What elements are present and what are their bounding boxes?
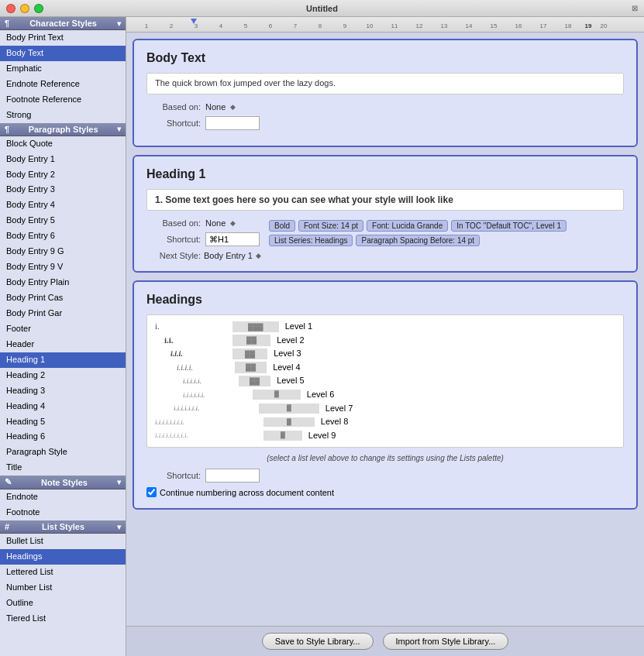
- save-to-library-button[interactable]: Save to Style Library...: [262, 633, 374, 650]
- sidebar-item-body-entry-9g[interactable]: Body Entry 9 G: [0, 244, 126, 259]
- right-panel: 1 2 3 4 5 6 7 8 9 10 11 12 13 14: [126, 17, 644, 656]
- heading1-shortcut-row: Shortcut:: [146, 232, 261, 246]
- list-item[interactable]: i.i.i.i.i.i.i.i. ▓ Level 8: [155, 415, 615, 429]
- sidebar-item-body-entry-4[interactable]: Body Entry 4: [0, 197, 126, 213]
- sidebar-item-footnote-reference[interactable]: Footnote Reference: [0, 92, 126, 108]
- sidebar-item-number-list[interactable]: Number List: [0, 580, 126, 596]
- heading1-title: Heading 1: [146, 167, 624, 181]
- heading1-shortcut-label: Shortcut:: [146, 235, 201, 244]
- minimize-button[interactable]: [20, 4, 29, 13]
- resize-button[interactable]: ⊠: [632, 4, 638, 12]
- headings-shortcut-row: Shortcut:: [146, 469, 624, 483]
- sidebar-item-footer[interactable]: Footer: [0, 321, 126, 337]
- list-styles-label: List Styles: [42, 522, 84, 531]
- heading1-preview-text: 1. Some text goes here so you can see wh…: [155, 194, 453, 205]
- note-styles-header[interactable]: ✎ Note Styles ▾: [0, 476, 126, 489]
- tag-font-size: Font Size: 14 pt: [298, 220, 363, 232]
- sidebar-item-block-quote[interactable]: Block Quote: [0, 136, 126, 152]
- main-layout: ¶ Character Styles ▾ Body Print Text Bod…: [0, 17, 644, 656]
- level4-label: Level 4: [273, 361, 300, 375]
- list-styles-arrow[interactable]: ▾: [117, 523, 121, 531]
- paragraph-styles-arrow[interactable]: ▾: [117, 125, 121, 133]
- heading1-shortcut-input[interactable]: [205, 232, 260, 246]
- heading1-based-on-arrow[interactable]: ◆: [230, 219, 236, 227]
- list-styles-header[interactable]: # List Styles ▾: [0, 520, 126, 534]
- heading1-next-style-arrow[interactable]: ◆: [256, 252, 261, 259]
- body-text-shortcut-row: Shortcut:: [146, 116, 624, 130]
- sidebar-item-body-print-text[interactable]: Body Print Text: [0, 30, 126, 46]
- sidebar-item-body-entry-6[interactable]: Body Entry 6: [0, 228, 126, 244]
- sidebar-item-strong[interactable]: Strong: [0, 108, 126, 123]
- headings-shortcut-input[interactable]: [205, 469, 260, 483]
- body-text-preview: The quick brown fox jumped over the lazy…: [146, 73, 624, 94]
- sidebar-item-body-entry-2[interactable]: Body Entry 2: [0, 167, 126, 183]
- paragraph-styles-header[interactable]: ¶ Paragraph Styles ▾: [0, 123, 126, 136]
- sidebar-item-heading-3[interactable]: Heading 3: [0, 383, 126, 399]
- note-styles-arrow[interactable]: ▾: [117, 478, 121, 486]
- sidebar-item-body-text[interactable]: Body Text: [0, 46, 126, 61]
- sidebar-item-endnote[interactable]: Endnote: [0, 489, 126, 505]
- sidebar-item-body-entry-9v[interactable]: Body Entry 9 V: [0, 259, 126, 275]
- sidebar-item-body-entry-3[interactable]: Body Entry 3: [0, 182, 126, 197]
- bottom-bar: Save to Style Library... Import from Sty…: [126, 626, 644, 656]
- sidebar-item-heading-2[interactable]: Heading 2: [0, 368, 126, 383]
- sidebar-item-outline[interactable]: Outline: [0, 596, 126, 611]
- shortcut-input[interactable]: [205, 116, 260, 130]
- sidebar-item-heading-6[interactable]: Heading 6: [0, 429, 126, 445]
- sidebar-item-heading-1[interactable]: Heading 1: [0, 352, 126, 368]
- list-item[interactable]: i.i.i.i.i.i. ▓ Level 6: [155, 388, 615, 402]
- list-item[interactable]: i.i.i. ▓▓ Level 3: [155, 347, 615, 361]
- based-on-dropdown-arrow[interactable]: ◆: [230, 103, 236, 111]
- sidebar-item-endnote-reference[interactable]: Endnote Reference: [0, 77, 126, 92]
- sidebar-item-header[interactable]: Header: [0, 337, 126, 352]
- sidebar: ¶ Character Styles ▾ Body Print Text Bod…: [0, 17, 126, 656]
- character-styles-header[interactable]: ¶ Character Styles ▾: [0, 17, 126, 30]
- list-item[interactable]: i.i.i.i. ▓▓ Level 4: [155, 361, 615, 375]
- character-styles-icon: ¶: [5, 19, 9, 28]
- sidebar-item-tiered-list[interactable]: Tiered List: [0, 611, 126, 627]
- sidebar-item-paragraph-style[interactable]: Paragraph Style: [0, 445, 126, 460]
- heading1-next-style-value: Body Entry 1: [204, 251, 253, 260]
- content-area: Body Text The quick brown fox jumped ove…: [126, 33, 644, 626]
- window-title: Untitled: [306, 4, 338, 13]
- sidebar-item-bullet-list[interactable]: Bullet List: [0, 534, 126, 549]
- list-item[interactable]: i.i. ▓▓ Level 2: [155, 334, 615, 348]
- based-on-value: None: [205, 102, 226, 112]
- sidebar-item-title[interactable]: Title: [0, 460, 126, 476]
- sidebar-item-heading-4[interactable]: Heading 4: [0, 399, 126, 414]
- continue-numbering-label: Continue numbering across document conte…: [160, 488, 334, 497]
- sidebar-item-body-entry-5[interactable]: Body Entry 5: [0, 213, 126, 228]
- character-styles-label: Character Styles: [29, 19, 97, 28]
- sidebar-item-body-entry-1[interactable]: Body Entry 1: [0, 152, 126, 167]
- close-button[interactable]: [6, 4, 15, 13]
- sidebar-item-body-entry-plain[interactable]: Body Entry Plain: [0, 275, 126, 290]
- sidebar-item-emphatic[interactable]: Emphatic: [0, 61, 126, 77]
- level9-label: Level 9: [308, 429, 336, 443]
- continue-numbering-checkbox[interactable]: [146, 487, 157, 497]
- sidebar-item-heading-5[interactable]: Heading 5: [0, 414, 126, 430]
- note-styles-icon: ✎: [5, 477, 12, 487]
- heading1-preview: 1. Some text goes here so you can see wh…: [146, 189, 624, 211]
- body-text-title: Body Text: [146, 51, 624, 65]
- sidebar-item-body-print-cas[interactable]: Body Print Cas: [0, 290, 126, 306]
- list-item[interactable]: i.i.i.i.i.i.i.i.i. ▓ Level 9: [155, 429, 615, 443]
- level3-label: Level 3: [274, 347, 301, 361]
- character-styles-arrow[interactable]: ▾: [117, 19, 121, 28]
- list-item[interactable]: i.i.i.i.i. ▓▓ Level 5: [155, 374, 615, 388]
- maximize-button[interactable]: [34, 4, 43, 13]
- sidebar-item-lettered-list[interactable]: Lettered List: [0, 565, 126, 580]
- tag-bold: Bold: [269, 220, 295, 232]
- level5-label: Level 5: [277, 374, 304, 388]
- import-from-library-button[interactable]: Import from Style Library...: [383, 633, 509, 650]
- headings-list: i. ▓▓▓ Level 1 i.i. ▓▓ Level 2 i.i.i. ▓▓: [146, 314, 624, 448]
- sidebar-item-body-print-gar[interactable]: Body Print Gar: [0, 306, 126, 321]
- paragraph-styles-label: Paragraph Styles: [29, 125, 98, 134]
- list-item[interactable]: i. ▓▓▓ Level 1: [155, 320, 615, 334]
- based-on-label: Based on:: [146, 102, 201, 112]
- sidebar-item-headings[interactable]: Headings: [0, 549, 126, 565]
- list-item[interactable]: i.i.i.i.i.i.i. ▓ Level 7: [155, 402, 615, 416]
- sidebar-item-footnote[interactable]: Footnote: [0, 505, 126, 520]
- heading1-based-on-value: None: [205, 218, 226, 228]
- window-controls[interactable]: [6, 4, 43, 13]
- heading1-panel: Heading 1 1. Some text goes here so you …: [133, 155, 638, 273]
